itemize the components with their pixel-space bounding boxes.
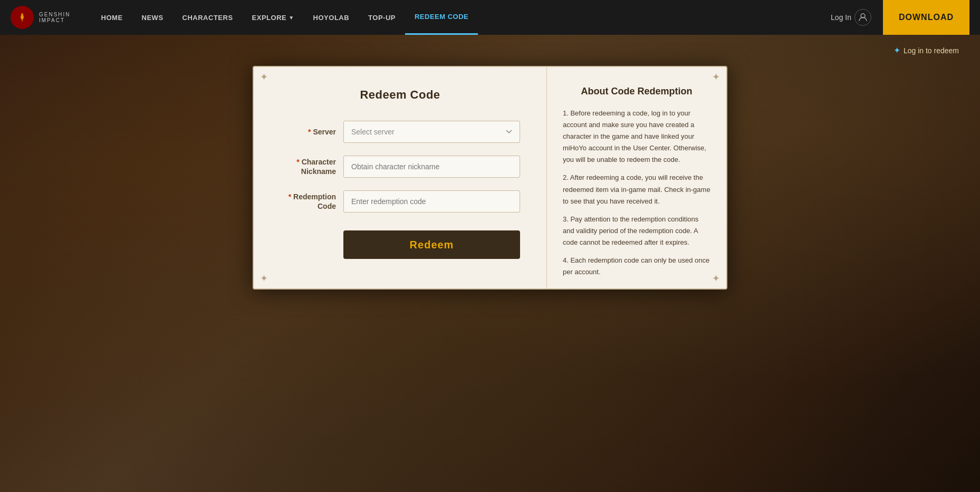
navbar: GENSHIN IMPACT HOME NEWS CHARACTERS EXPL… (0, 0, 980, 35)
nav-news[interactable]: NEWS (132, 0, 173, 35)
star-icon: ✦ (893, 45, 900, 55)
about-point-2: 2. After redeeming a code, you will rece… (563, 172, 710, 207)
nickname-row: * CharacterNickname (280, 156, 520, 178)
download-button[interactable]: Download (883, 0, 969, 35)
code-label: * RedemptionCode (280, 192, 343, 211)
nickname-req-marker: * (296, 158, 299, 166)
code-row: * RedemptionCode (280, 190, 520, 213)
nav-logo[interactable]: GENSHIN IMPACT (11, 6, 71, 29)
code-req-marker: * (289, 192, 291, 201)
login-notice[interactable]: ✦ Log in to redeem (893, 45, 959, 55)
server-label: * Server (280, 127, 343, 137)
about-point-4: 4. Each redemption code can only be used… (563, 255, 710, 278)
modal-title: Redeem Code (280, 88, 520, 102)
nav-hoyolab[interactable]: HOYOLAB (304, 0, 359, 35)
redeem-modal: ✦ ✦ Redeem Code * Server Select server A… (253, 66, 727, 290)
avatar (854, 9, 871, 26)
redeem-row: Redeem (280, 225, 520, 259)
nav-redeem-code[interactable]: REDEEM CODE (405, 0, 478, 35)
nav-home[interactable]: HOME (92, 0, 132, 35)
nav-right: Log In Download (824, 0, 969, 35)
corner-decoration-bl: ✦ (260, 273, 268, 284)
nav-links: HOME NEWS CHARACTERS EXPLORE ▼ HOYOLAB T… (92, 0, 825, 35)
nav-explore[interactable]: EXPLORE ▼ (243, 0, 304, 35)
svg-point-1 (21, 16, 24, 19)
chevron-down-icon: ▼ (289, 15, 294, 21)
server-select[interactable]: Select server Asia America Europe TW, HK… (343, 121, 520, 143)
server-row: * Server Select server Asia America Euro… (280, 121, 520, 143)
code-input[interactable] (343, 190, 520, 213)
about-title: About Code Redemption (563, 86, 710, 97)
redeem-form-panel: Redeem Code * Server Select server Asia … (254, 67, 547, 288)
logo-icon (11, 6, 34, 29)
nickname-label: * CharacterNickname (280, 157, 343, 176)
nickname-input[interactable] (343, 156, 520, 178)
nav-topup[interactable]: TOP-UP (359, 0, 405, 35)
about-panel: About Code Redemption 1. Before redeemin… (547, 67, 726, 288)
about-point-3: 3. Pay attention to the redemption condi… (563, 214, 710, 248)
nav-characters[interactable]: CHARACTERS (173, 0, 243, 35)
hero-section: ✦ Log in to redeem ✦ ✦ Redeem Code * Ser… (0, 0, 980, 492)
redeem-button[interactable]: Redeem (343, 230, 520, 259)
logo-text: GENSHIN IMPACT (39, 12, 71, 23)
login-button[interactable]: Log In (824, 6, 878, 29)
about-point-1: 1. Before redeeming a code, log in to yo… (563, 108, 710, 166)
corner-decoration-tr: ✦ (712, 71, 720, 83)
about-text: 1. Before redeeming a code, log in to yo… (563, 108, 710, 278)
server-req-marker: * (308, 128, 311, 136)
